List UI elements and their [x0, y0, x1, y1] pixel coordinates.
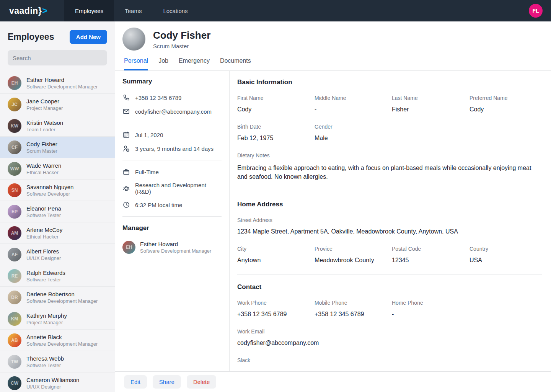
nav-tabs: EmployeesTeamsLocations [64, 0, 199, 21]
edit-button[interactable]: Edit [124, 375, 147, 389]
field: Postal Code 12345 [392, 246, 469, 264]
dietary-notes: Dietary Notes Embracing a flexible appro… [237, 152, 542, 181]
user-avatar[interactable]: FL [529, 4, 543, 18]
field: Birth Date Feb 12, 1975 [237, 124, 315, 142]
employee-list-item[interactable]: SN Savannah Nguyen Software Developer [0, 180, 115, 201]
employee-role: Ethical Hacker [26, 234, 62, 240]
field-value: +358 12 345 6789 [237, 311, 315, 318]
employee-list-item[interactable]: DR Darlene Robertson Software Developmen… [0, 287, 115, 308]
nav-item-employees[interactable]: Employees [64, 0, 114, 21]
field-value: - [315, 106, 392, 113]
field: Preferred Name Cody [469, 95, 542, 113]
employee-list-item[interactable]: RE Ralph Edwards Software Tester [0, 265, 115, 287]
employee-role: Team Leader [26, 126, 63, 133]
delete-button[interactable]: Delete [187, 375, 216, 389]
field: City Anytown [237, 246, 315, 264]
employee-role: UI/UX Designer [26, 255, 61, 261]
employee-name: Wade Warren [26, 162, 61, 169]
employee-avatar: KW [8, 119, 21, 133]
employee-list-item[interactable]: CW Cameron Williamson UI/UX Designer [0, 372, 115, 392]
top-navbar: vaadin}> EmployeesTeamsLocations FL [0, 0, 551, 21]
tab-documents[interactable]: Documents [220, 57, 251, 70]
manager-role: Software Development Manager [140, 248, 211, 254]
add-new-button[interactable]: Add New [70, 30, 107, 44]
field: Last Name Fisher [392, 95, 469, 113]
employee-name: Annette Black [26, 333, 98, 341]
profile-name: Cody Fisher [153, 29, 210, 41]
employee-list-item[interactable]: AB Annette Black Software Development Ma… [0, 330, 115, 351]
search-input[interactable] [8, 50, 107, 65]
field-label: Work Email [237, 328, 542, 335]
field-label: Dietary Notes [237, 152, 542, 158]
employee-avatar-initials: WW [10, 166, 19, 172]
employee-list-item[interactable]: CF Cody Fisher Scrum Master [0, 137, 115, 158]
employee-list-item[interactable]: JC Jane Cooper Project Manager [0, 94, 115, 115]
calendar-icon [122, 131, 130, 139]
employee-name: Theresa Webb [26, 355, 64, 362]
employee-list-item[interactable]: AM Arlene McCoy Ethical Hacker [0, 222, 115, 244]
manager-row[interactable]: EH Esther Howard Software Development Ma… [122, 240, 222, 254]
employee-avatar-initials: CW [11, 381, 18, 386]
employee-avatar: WW [8, 162, 21, 176]
employee-name: Arlene McCoy [26, 226, 62, 234]
employee-list-item[interactable]: AF Albert Flores UI/UX Designer [0, 244, 115, 265]
tab-job[interactable]: Job [158, 57, 168, 70]
employee-avatar: AB [8, 333, 21, 347]
employee-role: Software Tester [26, 276, 65, 283]
field: Work Phone +358 12 345 6789 [237, 300, 315, 318]
employee-name: Cameron Williamson [26, 376, 79, 384]
employee-avatar-initials: AF [11, 252, 18, 257]
employee-role: Software Tester [26, 212, 61, 219]
sidebar-header: Employees Add New [0, 21, 115, 72]
nav-item-locations[interactable]: Locations [152, 0, 198, 21]
employee-avatar-initials: KW [11, 123, 18, 129]
field: Mobile Phone +358 12 345 6789 [315, 300, 392, 318]
field-value: USA [469, 257, 542, 264]
employee-list-item[interactable]: KM Kathryn Murphy Project Manager [0, 308, 115, 330]
tab-personal[interactable]: Personal [124, 57, 148, 70]
tab-emergency[interactable]: Emergency [179, 57, 210, 70]
work-email: Work Email codyfisher@abccompany.com [237, 328, 542, 346]
employee-avatar: EH [8, 76, 21, 90]
employee-avatar-initials: TW [11, 359, 18, 364]
divider [122, 160, 222, 160]
employee-name: Eleanor Pena [26, 205, 61, 212]
employee-name: Albert Flores [26, 248, 61, 255]
employee-name: Savannah Nguyen [26, 183, 73, 191]
field-value: 1234 Maple Street, Apartment 5A, Oakvill… [237, 228, 542, 235]
nav-item-teams[interactable]: Teams [114, 0, 152, 21]
employee-list-item[interactable]: WW Wade Warren Ethical Hacker [0, 158, 115, 180]
field-label: Gender [315, 124, 392, 130]
employee-list-item[interactable]: EH Esther Howard Software Development Ma… [0, 72, 115, 94]
department-icon [122, 185, 130, 192]
employee-avatar-initials: CF [11, 145, 18, 150]
employee-role: Project Manager [26, 105, 63, 111]
summary-email: codyfisher@abccompany.com [122, 108, 222, 115]
field-label: Mobile Phone [315, 300, 392, 306]
summary-local-time: 6:32 PM local time [122, 201, 222, 209]
employee-role: Software Developer [26, 191, 73, 197]
share-button[interactable]: Share [153, 375, 181, 389]
main-layout: Employees Add New EH Esther Howard Softw… [0, 21, 551, 392]
field-label: Last Name [392, 95, 469, 101]
app-window: vaadin}> EmployeesTeamsLocations FL Empl… [0, 0, 551, 392]
employee-name: Kathryn Murphy [26, 312, 67, 319]
employee-avatar: SN [8, 183, 21, 197]
employee-list-item[interactable]: TW Theresa Webb Software Tester [0, 351, 115, 372]
field: Country USA [469, 246, 542, 264]
phone-icon [122, 94, 130, 101]
summary-phone: +358 12 345 6789 [122, 94, 222, 101]
employee-avatar: DR [8, 291, 21, 304]
employee-avatar: RE [8, 269, 21, 283]
field-value: Cody [237, 106, 315, 113]
divider [237, 274, 542, 275]
field-label: Home Phone [392, 300, 469, 306]
employee-list-item[interactable]: EP Eleanor Pena Software Tester [0, 201, 115, 222]
field-label: Middle Name [315, 95, 392, 101]
employee-name: Kristin Watson [26, 119, 63, 126]
employee-avatar-initials: DR [11, 295, 18, 300]
profile-body: Summary +358 12 345 6789 codyfisher@abcc… [115, 71, 551, 371]
employee-role: Software Development Manager [26, 83, 98, 90]
employee-list-item[interactable]: KW Kristin Watson Team Leader [0, 115, 115, 137]
employee-detail: Cody Fisher Scrum Master PersonalJobEmer… [115, 21, 551, 392]
